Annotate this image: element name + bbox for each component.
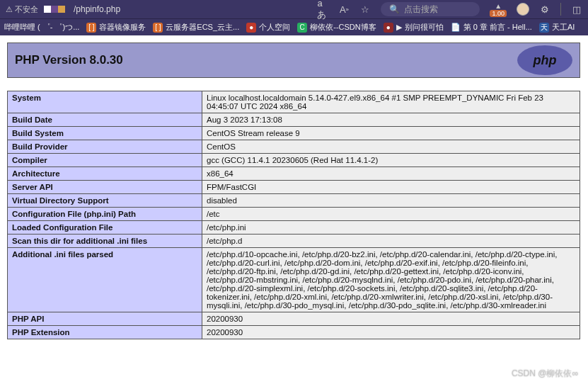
- warning-icon: ⚠: [6, 5, 13, 14]
- table-row: Virtual Directory Supportdisabled: [8, 194, 580, 208]
- bookmark-item[interactable]: C柳依依--CSDN博客: [297, 22, 376, 33]
- info-key: Build Provider: [8, 140, 202, 154]
- bookmark-label: 云服务器ECS_云主...: [166, 22, 239, 33]
- badge-value: 1.00: [490, 10, 507, 17]
- page-title: PHP Version 8.0.30: [15, 53, 123, 67]
- favorite-icon[interactable]: ☆: [359, 4, 371, 15]
- info-key: PHP API: [8, 312, 202, 326]
- bookmark-icon: 📄: [451, 23, 461, 32]
- bookmark-item[interactable]: [ ]云服务器ECS_云主...: [153, 22, 239, 33]
- bookmark-icon: ●: [246, 23, 256, 33]
- table-row: Additional .ini files parsed/etc/php.d/1…: [8, 248, 580, 312]
- table-row: Configuration File (php.ini) Path/etc: [8, 208, 580, 221]
- bookmark-icon: C: [297, 23, 307, 33]
- url-text[interactable]: /phpinfo.php: [74, 4, 120, 14]
- table-row: Compilergcc (GCC) 11.4.1 20230605 (Red H…: [8, 154, 580, 167]
- info-value: CentOS Stream release 9: [202, 127, 580, 140]
- search-input[interactable]: 🔍 点击搜索: [381, 2, 480, 16]
- settings-icon[interactable]: ⚙: [539, 4, 550, 15]
- play-icon: ▶: [396, 23, 402, 32]
- info-key: PHP Extension: [8, 326, 202, 339]
- info-key: Server API: [8, 181, 202, 194]
- table-row: Build ProviderCentOS: [8, 140, 580, 154]
- info-key: Architecture: [8, 167, 202, 181]
- info-value: gcc (GCC) 11.4.1 20230605 (Red Hat 11.4.…: [202, 154, 580, 167]
- table-row: Architecturex86_64: [8, 167, 580, 181]
- info-key: Build Date: [8, 113, 202, 127]
- php-logo-text: php: [534, 53, 557, 68]
- table-row: SystemLinux localhost.localdomain 5.14.0…: [8, 91, 580, 113]
- tab-color-indicator: [44, 6, 65, 13]
- bookmark-item[interactable]: ●▶别问很可怕: [384, 22, 444, 33]
- info-value: /etc/php.d: [202, 235, 580, 248]
- bookmark-item[interactable]: 哔哩哔哩 ( ゜- ゜)つ...: [4, 22, 79, 33]
- search-icon: 🔍: [389, 4, 400, 14]
- info-key: Scan this dir for additional .ini files: [8, 235, 202, 248]
- bookmark-label: 天工AI: [552, 22, 575, 33]
- info-key: System: [8, 91, 202, 113]
- info-key: Virtual Directory Support: [8, 194, 202, 208]
- phpinfo-header: PHP Version 8.0.30 php: [7, 43, 580, 78]
- bookmark-item[interactable]: 📄第 0 章 前言 - Hell...: [451, 22, 532, 33]
- bookmark-item[interactable]: 天天工AI: [539, 22, 575, 33]
- browser-address-bar: ⚠ 不安全 /phpinfo.php aあ A» ☆ 🔍 点击搜索 ▲ 1.00…: [0, 0, 588, 18]
- table-row: Loaded Configuration File/etc/php.ini: [8, 221, 580, 235]
- bookmark-item[interactable]: [ ]容器镜像服务: [86, 22, 146, 33]
- extension-badge[interactable]: ▲ 1.00: [490, 2, 507, 17]
- bookmark-icon: ●: [384, 23, 393, 33]
- divider: [560, 3, 561, 16]
- info-value: Aug 3 2023 17:13:08: [202, 113, 580, 127]
- bookmark-item[interactable]: ●个人空间: [246, 22, 290, 33]
- bookmark-label: 柳依依--CSDN博客: [310, 22, 376, 33]
- watermark: CSDN @柳依依∞: [512, 368, 578, 380]
- info-value: /etc/php.ini: [202, 221, 580, 235]
- info-value: Linux localhost.localdomain 5.14.0-427.e…: [202, 91, 580, 113]
- info-key: Configuration File (php.ini) Path: [8, 208, 202, 221]
- info-key: Compiler: [8, 154, 202, 167]
- info-value: 20200930: [202, 326, 580, 339]
- bookmark-label: 容器镜像服务: [99, 22, 146, 33]
- info-value: /etc/php.d/10-opcache.ini, /etc/php.d/20…: [202, 248, 580, 312]
- table-row: Scan this dir for additional .ini files/…: [8, 235, 580, 248]
- table-row: PHP API20200930: [8, 312, 580, 326]
- bookmark-label: 哔哩哔哩 ( ゜- ゜)つ...: [4, 22, 79, 33]
- table-row: Build SystemCentOS Stream release 9: [8, 127, 580, 140]
- phpinfo-container: PHP Version 8.0.30 php SystemLinux local…: [7, 43, 580, 339]
- security-indicator[interactable]: ⚠ 不安全: [6, 4, 38, 15]
- table-row: Server APIFPM/FastCGI: [8, 181, 580, 194]
- security-label: 不安全: [15, 4, 38, 15]
- info-value: FPM/FastCGI: [202, 181, 580, 194]
- info-key: Loaded Configuration File: [8, 221, 202, 235]
- info-value: 20200930: [202, 312, 580, 326]
- php-logo: php: [517, 45, 572, 75]
- info-value: disabled: [202, 194, 580, 208]
- bookmark-label: 别问很可怕: [405, 22, 444, 33]
- reader-mode-icon[interactable]: aあ: [317, 4, 328, 15]
- bookmark-label: 个人空间: [259, 22, 290, 33]
- bookmark-label: 第 0 章 前言 - Hell...: [463, 22, 532, 33]
- text-size-icon[interactable]: A»: [338, 4, 350, 15]
- search-placeholder: 点击搜索: [404, 4, 438, 16]
- info-value: x86_64: [202, 167, 580, 181]
- table-row: Build DateAug 3 2023 17:13:08: [8, 113, 580, 127]
- sidebar-toggle-icon[interactable]: ◫: [571, 4, 582, 15]
- phpinfo-table: SystemLinux localhost.localdomain 5.14.0…: [7, 91, 580, 339]
- bookmark-icon: [ ]: [153, 23, 163, 33]
- bookmarks-bar: 哔哩哔哩 ( ゜- ゜)つ...[ ]容器镜像服务[ ]云服务器ECS_云主..…: [0, 18, 588, 35]
- profile-avatar[interactable]: [517, 3, 529, 16]
- page-content: PHP Version 8.0.30 php SystemLinux local…: [0, 35, 588, 339]
- bookmark-icon: 天: [539, 23, 549, 33]
- info-key: Additional .ini files parsed: [8, 248, 202, 312]
- info-key: Build System: [8, 127, 202, 140]
- bookmark-icon: [ ]: [86, 23, 96, 33]
- info-value: CentOS: [202, 140, 580, 154]
- table-row: PHP Extension20200930: [8, 326, 580, 339]
- info-value: /etc: [202, 208, 580, 221]
